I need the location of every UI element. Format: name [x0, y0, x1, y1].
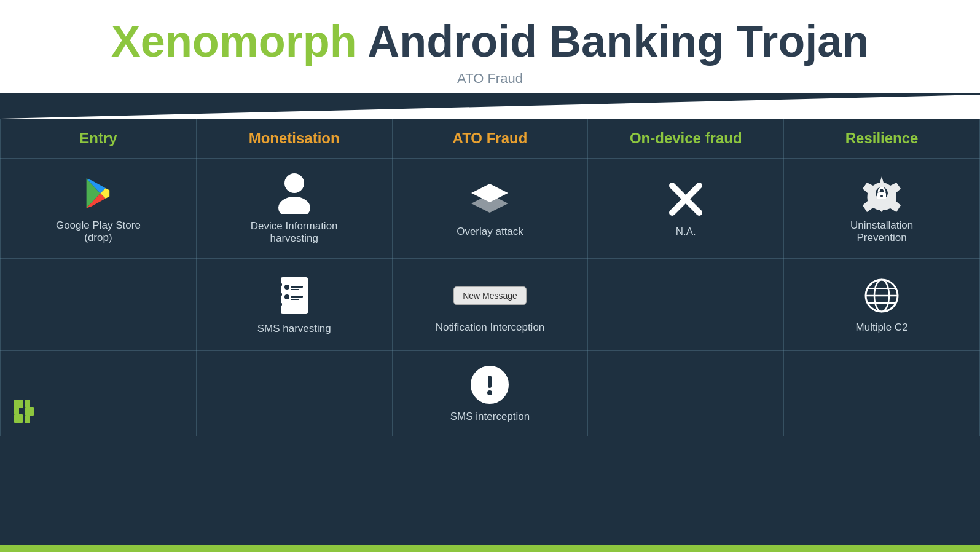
- svg-rect-17: [278, 303, 282, 306]
- alert-icon: [402, 365, 579, 404]
- notification-badge: New Message: [402, 275, 579, 315]
- svg-rect-32: [14, 407, 19, 414]
- svg-rect-31: [25, 407, 34, 416]
- person-icon: [206, 172, 383, 214]
- svg-point-36: [487, 390, 492, 395]
- table-row: SMS interception: [1, 351, 980, 437]
- cell-ato-row2-label: Notification Interception: [402, 321, 579, 334]
- cell-resilience-row1: UninstallationPrevention: [784, 159, 980, 259]
- page-root: Xenomorph Android Banking Trojan ATO Fra…: [0, 0, 980, 552]
- svg-rect-35: [488, 376, 492, 388]
- svg-rect-30: [14, 414, 23, 423]
- svg-point-13: [880, 195, 883, 197]
- cell-ondevice-row2: [588, 259, 784, 351]
- col-header-monetisation: Monetisation: [196, 119, 392, 159]
- layers-icon: [402, 179, 579, 219]
- cell-resilience-row1-label: UninstallationPrevention: [793, 219, 970, 244]
- svg-rect-29: [14, 400, 23, 408]
- col-header-entry: Entry: [1, 119, 197, 159]
- x-mark-icon: [597, 179, 774, 219]
- bottom-bar: [0, 545, 980, 552]
- title-green: Xenomorph: [111, 17, 357, 66]
- cell-ato-row3-label: SMS interception: [402, 411, 579, 423]
- cell-monetisation-row2: SMS harvesting: [196, 259, 392, 351]
- cell-ato-row1: Overlay attack: [392, 159, 588, 259]
- gear-icon: [793, 173, 970, 213]
- svg-rect-18: [284, 285, 289, 290]
- header: Xenomorph Android Banking Trojan ATO Fra…: [0, 0, 980, 93]
- svg-rect-22: [291, 296, 303, 298]
- svg-rect-19: [291, 286, 303, 288]
- svg-point-5: [278, 197, 310, 214]
- cell-entry-row1-label: Google Play Store(drop): [10, 219, 187, 244]
- svg-rect-33: [25, 400, 30, 407]
- cell-ondevice-row1: N.A.: [588, 159, 784, 259]
- play-store-icon: [10, 173, 187, 213]
- svg-rect-16: [278, 293, 282, 296]
- cell-ato-row1-label: Overlay attack: [402, 226, 579, 238]
- col-header-ondevice: On-device fraud: [588, 119, 784, 159]
- title-dark: Android Banking Trojan: [357, 17, 869, 66]
- subtitle: ATO Fraud: [0, 71, 980, 87]
- company-logo: [13, 398, 184, 427]
- table-section: Entry Monetisation ATO Fraud On-device f…: [0, 119, 980, 545]
- svg-marker-7: [471, 194, 508, 213]
- cell-resilience-row2: Multiple C2: [784, 259, 980, 351]
- cell-resilience-row2-label: Multiple C2: [793, 321, 970, 334]
- table-row: Google Play Store(drop) Device Informati…: [1, 159, 980, 259]
- svg-rect-20: [291, 289, 299, 290]
- cell-ato-row2: New Message Notification Interception: [392, 259, 588, 351]
- header-row: Entry Monetisation ATO Fraud On-device f…: [1, 119, 980, 159]
- cell-entry-row3: [1, 351, 197, 437]
- svg-rect-23: [291, 299, 299, 300]
- table-row: SMS harvesting New Message Notification …: [1, 259, 980, 351]
- cell-monetisation-row2-label: SMS harvesting: [206, 323, 383, 335]
- notification-badge-label: New Message: [453, 286, 527, 305]
- col-header-resilience: Resilience: [784, 119, 980, 159]
- main-table: Entry Monetisation ATO Fraud On-device f…: [0, 119, 980, 436]
- cell-monetisation-row1: Device Informationharvesting: [196, 159, 392, 259]
- cell-ondevice-row3: [588, 351, 784, 437]
- cell-ondevice-row1-label: N.A.: [597, 226, 774, 238]
- cell-entry-row1: Google Play Store(drop): [1, 159, 197, 259]
- col-header-ato: ATO Fraud: [392, 119, 588, 159]
- cell-entry-row2: [1, 259, 197, 351]
- cell-monetisation-row1-label: Device Informationharvesting: [206, 220, 383, 245]
- cell-ato-row3: SMS interception: [392, 351, 588, 437]
- cell-resilience-row3: [784, 351, 980, 437]
- diagonal-separator: [0, 93, 980, 119]
- globe-icon: [793, 275, 970, 315]
- svg-rect-15: [278, 283, 282, 286]
- svg-point-4: [284, 173, 304, 193]
- svg-rect-34: [25, 416, 30, 423]
- alert-circle: [471, 366, 509, 404]
- svg-rect-21: [284, 294, 289, 299]
- page-title: Xenomorph Android Banking Trojan: [0, 17, 980, 66]
- addressbook-icon: [206, 275, 383, 317]
- cell-monetisation-row3: [196, 351, 392, 437]
